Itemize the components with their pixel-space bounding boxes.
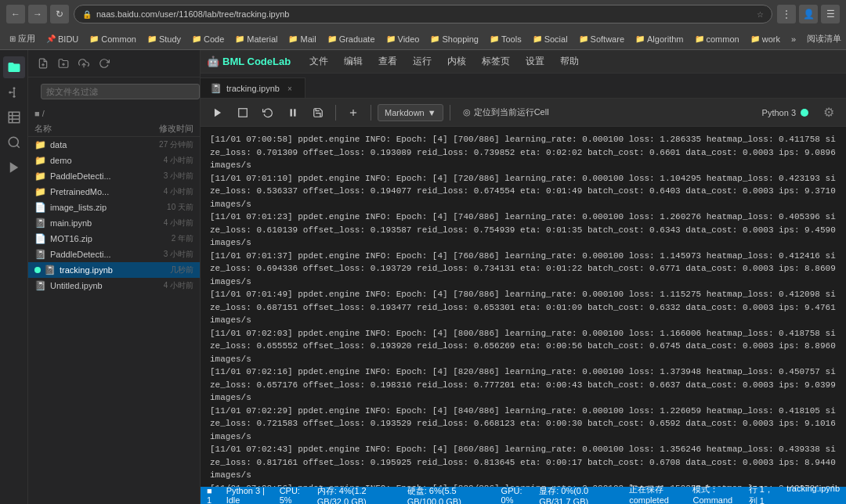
social-folder-icon: 📁: [533, 34, 542, 43]
file-item-main[interactable]: 📓 main.ipynb 4 小时前: [28, 215, 200, 231]
file-name: PaddleDetecti...: [50, 250, 161, 259]
bookmark-graduate[interactable]: 📁 Graduate: [323, 33, 380, 45]
menu-help[interactable]: 帮助: [554, 52, 585, 71]
gpu-status: GPU: 0%: [501, 486, 530, 504]
bookmark-code-label: Code: [204, 34, 224, 44]
file-item-tracking[interactable]: 📓 tracking.ipynb 几秒前: [28, 262, 200, 278]
file-item-image-lists[interactable]: 📄 image_lists.zip 10 天前: [28, 200, 200, 215]
file-icon: 📄: [34, 202, 47, 213]
bookmark-shopping[interactable]: 📁 Shopping: [425, 33, 483, 45]
bookmark-software[interactable]: 📁 Software: [574, 33, 629, 45]
upload-button[interactable]: [75, 55, 92, 72]
address-bar[interactable]: 🔒 naas.baidu.com/user/11608/lab/tree/tra…: [74, 5, 772, 23]
bookmark-bidu-label: BIDU: [58, 34, 78, 44]
refresh-button[interactable]: ↻: [50, 5, 69, 23]
new-folder-button[interactable]: [55, 55, 72, 72]
file-item-demo[interactable]: 📁 demo 4 小时前: [28, 153, 200, 168]
bookmark-mail[interactable]: 📁 Mail: [284, 33, 320, 45]
filter-container: [28, 77, 200, 106]
tab-close-button[interactable]: ×: [284, 83, 295, 94]
locate-label: 定位到当前运行Cell: [474, 106, 549, 118]
restart-button[interactable]: [257, 102, 279, 124]
toolbar-separator-2: [371, 105, 371, 121]
bookmark-more[interactable]: »: [786, 33, 801, 45]
tab-label: tracking.ipynb: [226, 84, 280, 93]
file-time: 4 小时前: [164, 280, 193, 291]
tab-tracking[interactable]: 📓 tracking.ipynb ×: [201, 77, 306, 98]
add-cell-button[interactable]: [342, 102, 364, 124]
bookmark-common2[interactable]: 📁 common: [690, 33, 744, 45]
bookmark-shopping-label: Shopping: [442, 34, 479, 44]
sidebar-git-button[interactable]: [3, 81, 25, 103]
pause-button[interactable]: [282, 102, 304, 124]
menu-run[interactable]: 运行: [407, 52, 438, 71]
sidebar-run-button[interactable]: [3, 157, 25, 178]
svg-rect-18: [291, 109, 292, 116]
common-folder-icon: 📁: [89, 34, 99, 43]
bookmark-material-label: Material: [247, 34, 277, 44]
sidebar-files-button[interactable]: [3, 56, 25, 78]
notebook-icon: 📓: [44, 265, 56, 275]
svg-point-1: [13, 95, 15, 98]
bookmark-apps[interactable]: ⊞ 应用: [5, 31, 40, 46]
bookmark-work[interactable]: 📁 work: [746, 33, 785, 45]
menu-tabs[interactable]: 标签页: [475, 52, 516, 71]
work-folder-icon: 📁: [750, 34, 760, 43]
locate-cell-button[interactable]: ◎ 定位到当前运行Cell: [457, 103, 555, 121]
menu-file[interactable]: 文件: [303, 52, 334, 71]
interrupt-button[interactable]: [232, 102, 254, 124]
forward-button[interactable]: →: [28, 5, 47, 23]
output-area[interactable]: [11/01 07:00:58] ppdet.engine INFO: Epoc…: [201, 127, 846, 487]
sidebar-search-button[interactable]: [3, 131, 25, 153]
bookmark-common[interactable]: 📁 Common: [85, 33, 141, 45]
file-name: MOT16.zip: [50, 234, 168, 243]
kernel-status: Python 3 | Idle: [226, 486, 270, 504]
bookmark-social[interactable]: 📁 Social: [528, 33, 573, 45]
menu-settings[interactable]: 设置: [519, 52, 551, 71]
file-item-data[interactable]: 📁 data 27 分钟前: [28, 137, 200, 153]
sidebar-table-button[interactable]: [3, 106, 25, 128]
file-item-mot16[interactable]: 📄 MOT16.zip 2 年前: [28, 231, 200, 247]
refresh-files-button[interactable]: [96, 55, 113, 72]
bookmark-video-label: Video: [398, 34, 420, 44]
notebook-icon: 📓: [34, 249, 47, 260]
menu-edit[interactable]: 编辑: [338, 52, 369, 71]
file-filter-input[interactable]: [41, 84, 200, 99]
save-notebook-button[interactable]: [307, 102, 329, 124]
menu-view[interactable]: 查看: [372, 52, 403, 71]
file-item-pretrainedmo[interactable]: 📁 PretrainedMo... 4 小时前: [28, 184, 200, 200]
notebook-icon: 📓: [34, 280, 47, 291]
material-folder-icon: 📁: [235, 34, 244, 43]
menu-button[interactable]: ☰: [821, 5, 840, 23]
bookmark-study[interactable]: 📁 Study: [143, 33, 186, 45]
output-line-7: [11/01 07:02:29] ppdet.engine INFO: Epoc…: [210, 405, 837, 444]
notebook-settings-button[interactable]: ⚙: [818, 102, 840, 124]
algorithm-folder-icon: 📁: [635, 34, 645, 43]
common2-folder-icon: 📁: [695, 34, 704, 43]
profile-button[interactable]: 👤: [799, 5, 818, 23]
star-icon[interactable]: ☆: [757, 10, 764, 19]
bookmark-readlist[interactable]: 阅读清单: [802, 31, 846, 46]
bookmark-video[interactable]: 📁 Video: [381, 33, 425, 45]
file-item-paddledetecti1[interactable]: 📁 PaddleDetecti... 3 小时前: [28, 168, 200, 184]
bookmark-tools[interactable]: 📁 Tools: [485, 33, 526, 45]
bookmark-algorithm[interactable]: 📁 Algorithm: [631, 33, 688, 45]
bookmark-code[interactable]: 📁 Code: [187, 33, 229, 45]
new-file-button[interactable]: [34, 55, 52, 72]
bookmark-more-label: »: [791, 34, 796, 44]
back-button[interactable]: ←: [6, 5, 25, 23]
app-logo-text: BML CodeLab: [222, 56, 291, 67]
file-item-paddledetecti2[interactable]: 📓 PaddleDetecti... 3 小时前: [28, 247, 200, 262]
url-text: naas.baidu.com/user/11608/lab/tree/track…: [96, 9, 289, 19]
bookmark-material[interactable]: 📁 Material: [230, 33, 282, 45]
run-cell-button[interactable]: [207, 102, 229, 124]
file-item-untitled[interactable]: 📓 Untitled.ipynb 4 小时前: [28, 278, 200, 293]
active-indicator: [34, 267, 41, 273]
cell-type-dropdown[interactable]: Markdown ▼: [378, 104, 443, 121]
file-list: 📁 data 27 分钟前 📁 demo 4 小时前 📁 PaddleDetec…: [28, 137, 200, 504]
extensions-button[interactable]: ⋮: [777, 5, 796, 23]
kernel-status-indicator: [801, 109, 808, 117]
menu-kernel[interactable]: 内核: [441, 52, 472, 71]
disk-status: 硬盘: 6%(5.5 GB/100.0 GB): [407, 485, 492, 505]
bookmark-bidu[interactable]: 📌 BIDU: [42, 33, 83, 45]
